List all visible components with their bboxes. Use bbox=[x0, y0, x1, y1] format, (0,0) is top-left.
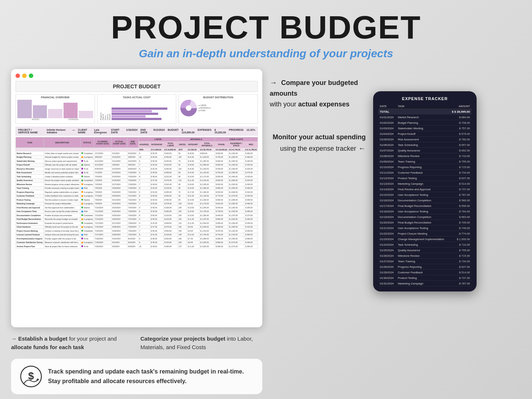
budget-distribution-chart: BUDGET DISTRIBUTION ● LABOR ● MATERIALS … bbox=[178, 94, 258, 124]
project-header-row: PROJECT / SERVICE NAME Infinite Horizon … bbox=[16, 127, 258, 136]
expense-task: Task Scheduling bbox=[396, 242, 449, 248]
spreadsheet-title: PROJECT BUDGET bbox=[16, 81, 258, 92]
table-row: Budget Planning bbox=[16, 155, 44, 159]
expense-task: Risk Assessment bbox=[396, 137, 449, 142]
expense-task: Stakeholder Meeting bbox=[396, 126, 449, 131]
expense-task: Final Budget Reconciliation bbox=[396, 203, 449, 209]
table-row: Project Closure Meeting bbox=[16, 229, 44, 233]
expense-date: 01/05/2024 bbox=[378, 137, 396, 142]
table-row: Stakeholder Meeting bbox=[16, 159, 44, 163]
expense-amount: - $ 710.00 bbox=[449, 153, 471, 159]
right-section: → Compare your budgeted amountswith your… bbox=[270, 69, 521, 394]
status-dot bbox=[81, 218, 83, 220]
expense-task: Task Scheduling bbox=[396, 142, 449, 148]
maximize-dot[interactable] bbox=[29, 74, 33, 78]
table-row: Marketing Campaign bbox=[16, 202, 44, 206]
col-hours: HOURS(S) bbox=[138, 141, 150, 148]
expense-amount: - $ 663.00 bbox=[449, 214, 471, 220]
expense-date: 01/08/2024 bbox=[378, 153, 396, 159]
expense-date: 01/24/2024 bbox=[378, 242, 396, 248]
expense-date: 01/19/2024 bbox=[378, 214, 396, 220]
expense-amount: - $ 757.00 bbox=[449, 126, 471, 131]
status-dot bbox=[81, 172, 83, 174]
expense-date: 01/06/2024 bbox=[378, 142, 396, 148]
status-dot bbox=[81, 199, 83, 201]
table-row: Task Scheduling bbox=[16, 175, 44, 179]
table-row: Market Research bbox=[16, 151, 44, 156]
expense-amount: - $ 575.00 bbox=[449, 131, 471, 137]
col-fixed-group: FIXED COSTS bbox=[215, 137, 258, 141]
expense-task: Budget Planning bbox=[396, 120, 449, 126]
expense-amount: - $ 734.00 bbox=[449, 259, 471, 264]
col-rate-hour: RATE/HOUR bbox=[150, 141, 163, 148]
status-dot bbox=[81, 156, 83, 158]
col-travel: TRAVEL bbox=[215, 141, 228, 148]
expense-amount: - $ 774.00 bbox=[449, 231, 471, 236]
expense-date: 01/01/2024 bbox=[378, 115, 396, 120]
expense-amount: - $ 755.00 bbox=[449, 159, 471, 164]
table-row: User Acceptance Tests bbox=[16, 209, 44, 214]
expense-amount: - $ 749.00 bbox=[449, 225, 471, 231]
expense-date: 01/18/2024 bbox=[378, 209, 396, 214]
col-rate-unit: RATE/UNIT bbox=[187, 141, 199, 148]
expense-date: 01/20/2024 bbox=[378, 220, 396, 225]
expense-date: 01/14/2024 bbox=[378, 187, 396, 192]
expense-date: 01/03/2024 bbox=[378, 126, 396, 131]
bar-chart bbox=[17, 100, 93, 118]
window-controls bbox=[16, 74, 258, 78]
expense-amount: - $ 780.00 bbox=[449, 137, 471, 142]
right-text-col: → Compare your budgeted amountswith your… bbox=[270, 69, 366, 394]
expense-task: Team Training bbox=[396, 159, 449, 164]
bottom-text-1: → Establish a budget for your project an… bbox=[11, 335, 133, 351]
status-dot bbox=[81, 187, 83, 189]
expense-date: 01/30/2024 bbox=[378, 275, 396, 281]
financial-overview-chart: FINANCIAL OVERVIEW BUDGET EXPENSES bbox=[16, 94, 95, 124]
expense-date: 01/15/2024 bbox=[378, 192, 396, 198]
table-row: Documentation Completion bbox=[16, 214, 44, 218]
minimize-dot[interactable] bbox=[22, 74, 27, 78]
expense-task: Customer Feedback bbox=[396, 270, 449, 275]
expense-date: 01/25/2024 bbox=[378, 248, 396, 253]
expense-date: 01/16/2024 bbox=[378, 198, 396, 203]
status-dot bbox=[81, 168, 83, 170]
expense-date: 01/23/2024 bbox=[378, 236, 396, 242]
expense-date: 01/28/2024 bbox=[378, 264, 396, 270]
arrow-right-icon: → bbox=[270, 78, 277, 86]
expense-task: Documentation Completion bbox=[396, 214, 449, 220]
table-row: Progress Reporting bbox=[16, 190, 44, 194]
table-row: Performance Evaluation bbox=[16, 221, 44, 225]
pie-chart-svg bbox=[180, 100, 197, 116]
expense-amount: - $ 787.00 bbox=[449, 281, 471, 286]
right-text-item-2: Monitor your actual spendingusing the ex… bbox=[270, 132, 366, 154]
col-actual: ACTUAL START DATE bbox=[111, 137, 127, 148]
status-dot bbox=[81, 175, 83, 177]
expense-task: Change Management Implementation bbox=[396, 236, 449, 242]
col-status: STATUS bbox=[80, 137, 94, 148]
col-units: UNIT(S) bbox=[178, 141, 187, 148]
expense-task: Marketing Campaign bbox=[396, 181, 449, 187]
expense-amount: - $ 580.00 bbox=[449, 198, 471, 203]
expense-task: Product Testing bbox=[396, 275, 449, 281]
expense-date: 01/17/2024 bbox=[378, 203, 396, 209]
expense-task: User Acceptance Testing bbox=[396, 209, 449, 214]
close-dot[interactable] bbox=[16, 74, 20, 78]
expense-date: 01/27/2024 bbox=[378, 259, 396, 264]
table-row: Project Kickoff bbox=[16, 163, 44, 167]
expense-date: 01/11/2024 bbox=[378, 170, 396, 175]
bar-5 bbox=[79, 111, 93, 118]
expense-task: User Acceptance Testing bbox=[396, 192, 449, 198]
status-dot bbox=[81, 211, 83, 212]
expense-task: Final Review and Approval bbox=[396, 187, 449, 192]
expense-task: Documentation Completion bbox=[396, 198, 449, 203]
table-row: Risk Assessment bbox=[16, 171, 44, 175]
expense-amount: - $ 657.00 bbox=[449, 142, 471, 148]
status-dot bbox=[81, 238, 83, 239]
col-end: END DATE bbox=[127, 137, 138, 148]
page-header: PROJECT BUDGET Gain an in-depth understa… bbox=[0, 0, 532, 64]
expense-date: 01/21/2024 bbox=[378, 225, 396, 231]
expense-date: 01/10/2024 bbox=[378, 164, 396, 170]
table-row: Lessons Learned Analysis bbox=[16, 233, 44, 237]
col-equipment: EQUIPMENT / SPACE bbox=[228, 141, 245, 148]
status-dot bbox=[81, 203, 83, 205]
bottom-texts: → Establish a budget for your project an… bbox=[11, 335, 262, 351]
